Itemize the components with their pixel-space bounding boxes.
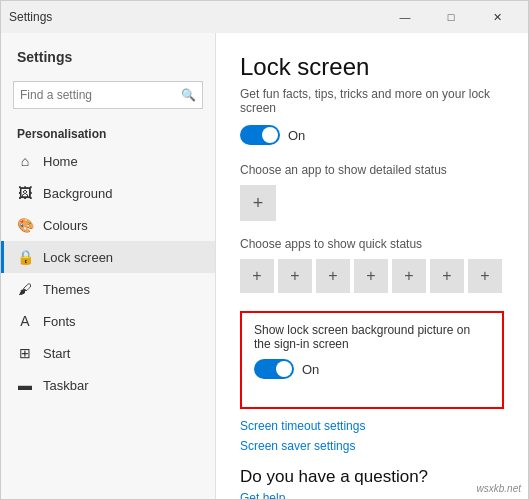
taskbar-icon: ▬ (17, 377, 33, 393)
search-box[interactable]: 🔍 (13, 81, 203, 109)
start-icon: ⊞ (17, 345, 33, 361)
get-help-link[interactable]: Get help (240, 491, 504, 499)
sidebar-item-home[interactable]: ⌂ Home (1, 145, 215, 177)
highlight-toggle-label: On (302, 362, 319, 377)
watermark: wsxkb.net (477, 483, 521, 494)
sidebar-item-label-lockscreen: Lock screen (43, 250, 113, 265)
toggle-knob (262, 127, 278, 143)
sidebar-item-label-colours: Colours (43, 218, 88, 233)
fun-facts-toggle-row: On (240, 125, 504, 145)
screen-timeout-link[interactable]: Screen timeout settings (240, 419, 504, 433)
fun-facts-toggle[interactable] (240, 125, 280, 145)
sidebar-item-label-taskbar: Taskbar (43, 378, 89, 393)
fonts-icon: A (17, 313, 33, 329)
lockscreen-icon: 🔒 (17, 249, 33, 265)
sidebar-item-colours[interactable]: 🎨 Colours (1, 209, 215, 241)
quick-status-btn-6[interactable]: + (468, 259, 502, 293)
quick-status-btn-2[interactable]: + (316, 259, 350, 293)
sidebar: Settings 🔍 Personalisation ⌂ Home 🖼 Back… (1, 33, 216, 499)
sidebar-item-taskbar[interactable]: ▬ Taskbar (1, 369, 215, 401)
content-area: Settings 🔍 Personalisation ⌂ Home 🖼 Back… (1, 33, 528, 499)
colours-icon: 🎨 (17, 217, 33, 233)
minimize-button[interactable]: — (382, 1, 428, 33)
detailed-status-label: Choose an app to show detailed status (240, 163, 504, 177)
highlight-toggle[interactable] (254, 359, 294, 379)
sidebar-header: Settings (1, 33, 215, 73)
sidebar-item-background[interactable]: 🖼 Background (1, 177, 215, 209)
background-icon: 🖼 (17, 185, 33, 201)
close-button[interactable]: ✕ (474, 1, 520, 33)
quick-status-btn-1[interactable]: + (278, 259, 312, 293)
search-input[interactable] (20, 88, 181, 102)
fun-facts-toggle-label: On (288, 128, 305, 143)
titlebar-title: Settings (9, 10, 52, 24)
highlight-label: Show lock screen background picture on t… (254, 323, 490, 351)
quick-status-btn-5[interactable]: + (430, 259, 464, 293)
sidebar-item-lockscreen[interactable]: 🔒 Lock screen (1, 241, 215, 273)
sidebar-item-fonts[interactable]: A Fonts (1, 305, 215, 337)
search-icon: 🔍 (181, 88, 196, 102)
quick-status-btn-4[interactable]: + (392, 259, 426, 293)
sidebar-nav: ⌂ Home 🖼 Background 🎨 Colours 🔒 Lock scr… (1, 145, 215, 401)
quick-status-label: Choose apps to show quick status (240, 237, 504, 251)
home-icon: ⌂ (17, 153, 33, 169)
sidebar-item-label-fonts: Fonts (43, 314, 76, 329)
sidebar-item-label-home: Home (43, 154, 78, 169)
quick-status-btn-0[interactable]: + (240, 259, 274, 293)
add-detailed-status-button[interactable]: + (240, 185, 276, 221)
screen-saver-link[interactable]: Screen saver settings (240, 439, 504, 453)
quick-status-row: +++++++ (240, 259, 504, 293)
main-content: Lock screen Get fun facts, tips, tricks … (216, 33, 528, 499)
quick-status-btn-3[interactable]: + (354, 259, 388, 293)
sidebar-item-label-background: Background (43, 186, 112, 201)
sidebar-app-title: Settings (17, 49, 199, 65)
sidebar-section-label: Personalisation (1, 117, 215, 145)
sidebar-item-start[interactable]: ⊞ Start (1, 337, 215, 369)
titlebar-controls: — □ ✕ (382, 1, 520, 33)
page-title: Lock screen (240, 53, 504, 81)
sidebar-item-label-start: Start (43, 346, 70, 361)
themes-icon: 🖌 (17, 281, 33, 297)
fun-facts-label: Get fun facts, tips, tricks and more on … (240, 87, 504, 115)
sidebar-item-themes[interactable]: 🖌 Themes (1, 273, 215, 305)
question-title: Do you have a question? (240, 467, 504, 487)
titlebar: Settings — □ ✕ (1, 1, 528, 33)
settings-window: Settings — □ ✕ Settings 🔍 Personalisatio… (0, 0, 529, 500)
highlight-toggle-row: On (254, 359, 490, 379)
maximize-button[interactable]: □ (428, 1, 474, 33)
sidebar-item-label-themes: Themes (43, 282, 90, 297)
highlight-toggle-knob (276, 361, 292, 377)
highlight-box: Show lock screen background picture on t… (240, 311, 504, 409)
